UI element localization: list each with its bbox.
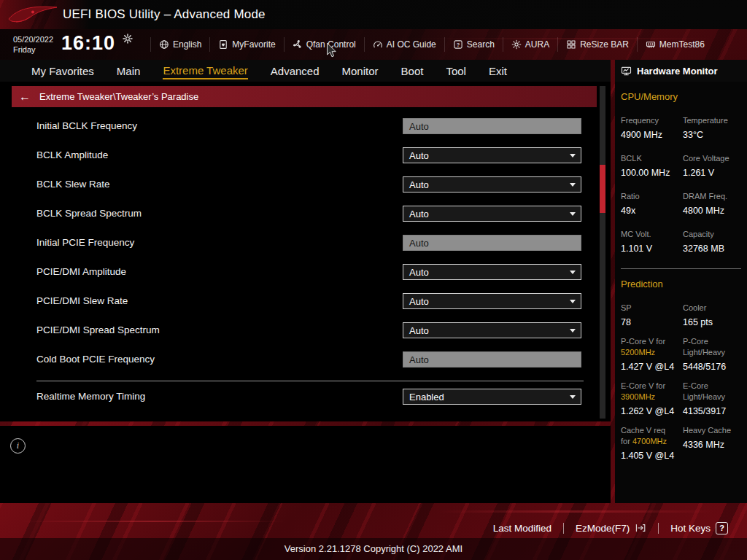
tab-main[interactable]: Main [117, 63, 141, 79]
hwm-cell: Heavy Cache4336 MHz [683, 425, 741, 461]
setting-row-realtime-memory-timing: Realtime Memory TimingEnabled [0, 389, 611, 405]
setting-dropdown[interactable]: Auto [403, 322, 581, 338]
setting-row-bclk-spread-spectrum: BCLK Spread SpectrumAuto [0, 206, 611, 222]
toolbar-label: MyFavorite [232, 39, 275, 50]
hwm-value: 1.405 V @L4 [621, 451, 680, 461]
hwm-cell: Capacity32768 MB [683, 229, 741, 254]
background-streak [437, 510, 716, 513]
hwm-grid: Frequency4900 MHzTemperature33°CBCLK100.… [621, 115, 741, 267]
hwm-cell: Cooler165 pts [683, 303, 741, 327]
last-modified-button[interactable]: Last Modified [481, 523, 563, 534]
hwm-value: 4800 MHz [683, 206, 738, 216]
bios-screen: UEFI BIOS Utility – Advanced Mode 05/20/… [0, 0, 747, 560]
hwm-label: Light/Heavy [683, 347, 738, 358]
ezmode-button[interactable]: EzMode(F7) [564, 523, 658, 534]
scrollbar[interactable] [600, 86, 605, 419]
main-panel: ← Extreme Tweaker\Tweaker’s Paradise Ini… [0, 82, 611, 421]
setting-value: Auto [403, 121, 429, 132]
toolbar-english[interactable]: English [150, 37, 209, 52]
setting-label: Realtime Memory Timing [36, 389, 145, 405]
tab-boot[interactable]: Boot [401, 63, 424, 79]
clock-settings-gear-icon[interactable] [123, 34, 133, 44]
hwm-label: for 4700MHz [621, 436, 680, 447]
rog-logo-icon [6, 3, 60, 26]
hwm-label: Frequency [621, 115, 680, 126]
hwm-value: 4336 MHz [683, 440, 738, 450]
setting-dropdown[interactable]: Auto [403, 206, 581, 222]
hwm-label: P-Core [683, 336, 738, 347]
tab-extreme-tweaker[interactable]: Extreme Tweaker [163, 63, 247, 79]
question-icon: ? [716, 522, 728, 534]
chevron-down-icon [570, 395, 576, 399]
hwm-value: 1.262 V @L4 [621, 406, 680, 416]
tab-my-favorites[interactable]: My Favorites [31, 63, 94, 79]
chevron-down-icon [570, 300, 576, 303]
hwm-label: Capacity [683, 229, 738, 240]
hwm-section-title: Prediction [621, 279, 741, 289]
tab-monitor[interactable]: Monitor [342, 63, 379, 79]
date-display: 05/20/2022 Friday [13, 34, 53, 55]
setting-label: BCLK Amplitude [36, 147, 108, 163]
setting-label: Initial PCIE Frequency [36, 235, 134, 251]
toolbar-search[interactable]: ?Search [444, 37, 503, 52]
setting-label: PCIE/DMI Spread Spectrum [36, 322, 160, 338]
hwm-label: Ratio [621, 191, 680, 202]
top-toolbar: EnglishMyFavoriteQfan ControlAI OC Guide… [150, 29, 713, 60]
tab-exit[interactable]: Exit [489, 63, 507, 79]
tab-tool[interactable]: Tool [446, 63, 466, 79]
title-bar: UEFI BIOS Utility – Advanced Mode [0, 0, 747, 29]
hwm-cell: P-CoreLight/Heavy5448/5176 [683, 336, 741, 372]
hwm-value: 4135/3917 [683, 406, 738, 416]
toolbar-label: Qfan Control [306, 39, 356, 50]
setting-dropdown[interactable]: Auto [403, 147, 581, 163]
hwm-cell: P-Core V for5200MHz1.427 V @L4 [621, 336, 683, 372]
setting-label: PCIE/DMI Amplitude [36, 264, 126, 280]
hwm-cell: Frequency4900 MHz [621, 115, 683, 140]
tab-advanced[interactable]: Advanced [271, 63, 320, 79]
globe-icon [159, 39, 169, 50]
chevron-down-icon [570, 271, 576, 274]
setting-dropdown[interactable]: Enabled [403, 389, 581, 405]
hwm-label: DRAM Freq. [683, 191, 738, 202]
setting-input[interactable]: Auto [403, 351, 581, 368]
toolbar-ai-oc-guide[interactable]: AI OC Guide [364, 37, 444, 52]
back-arrow-icon[interactable]: ← [19, 90, 31, 104]
setting-input[interactable]: Auto [403, 235, 581, 251]
hwm-divider [621, 268, 741, 269]
setting-dropdown[interactable]: Auto [403, 264, 581, 280]
last-modified-label: Last Modified [493, 523, 551, 534]
settings-divider [36, 381, 584, 381]
hwm-value: 165 pts [683, 317, 738, 327]
toolbar-aura[interactable]: AURA [503, 37, 557, 52]
hwm-label: E-Core [683, 381, 738, 392]
scrollbar-thumb[interactable] [600, 165, 605, 213]
hwm-label: Heavy Cache [683, 425, 738, 436]
toolbar-qfan-control[interactable]: Qfan Control [284, 37, 364, 52]
setting-dropdown[interactable]: Auto [403, 176, 581, 192]
toolbar-myfavorite[interactable]: MyFavorite [209, 37, 283, 52]
hwm-cell: E-CoreLight/Heavy4135/3917 [683, 381, 741, 416]
setting-label: Initial BCLK Frequency [36, 118, 137, 134]
toolbar-label: AURA [525, 39, 549, 50]
toolbar-label: English [173, 39, 201, 50]
hwm-cell: MC Volt.1.101 V [621, 229, 683, 254]
hot-keys-button[interactable]: Hot Keys ? [659, 522, 740, 534]
toolbar-label: AI OC Guide [387, 39, 436, 50]
setting-dropdown[interactable]: Auto [403, 293, 581, 309]
hwm-label: BCLK [621, 153, 680, 164]
hwm-label: P-Core V for [621, 336, 680, 347]
setting-value: Auto [403, 325, 429, 336]
chevron-down-icon [570, 329, 576, 332]
setting-row-pcie-dmi-spread-spectrum: PCIE/DMI Spread SpectrumAuto [0, 322, 611, 338]
hwm-value: 1.261 V [683, 168, 738, 178]
toolbar-resize-bar[interactable]: ReSize BAR [557, 37, 637, 52]
chevron-down-icon [570, 183, 576, 187]
hot-keys-label: Hot Keys [670, 523, 711, 534]
question-icon: ? [453, 39, 463, 50]
info-icon: i [10, 438, 26, 454]
setting-value: Auto [403, 179, 429, 190]
toolbar-memtest86[interactable]: MemTest86 [637, 37, 713, 52]
setting-row-initial-pcie-frequency: Initial PCIE FrequencyAuto [0, 235, 611, 251]
chevron-down-icon [570, 212, 576, 216]
setting-input[interactable]: Auto [403, 118, 581, 134]
